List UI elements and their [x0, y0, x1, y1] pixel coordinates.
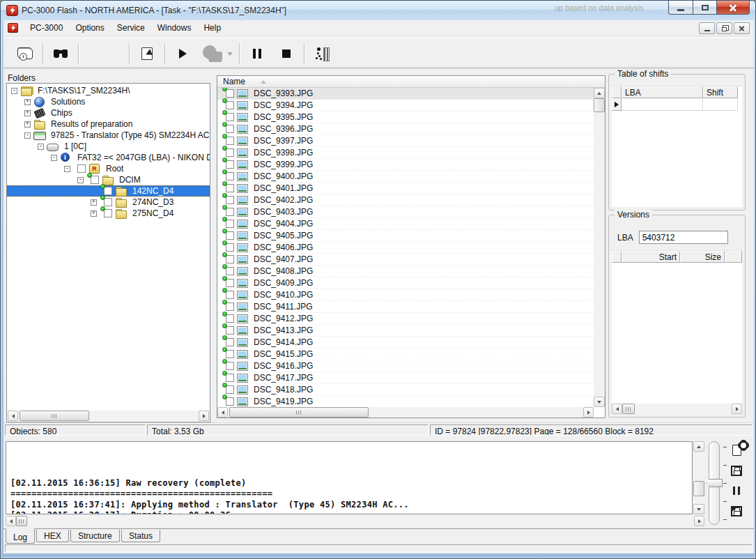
checkbox-box[interactable]	[226, 137, 234, 145]
file-checkbox[interactable]	[226, 137, 234, 145]
file-name[interactable]: DSC_9413.JPG	[252, 325, 314, 336]
scroll-up-button[interactable]	[594, 88, 605, 98]
tree-item[interactable]: + Results of preparation	[7, 118, 210, 130]
tree-item[interactable]: - FAT32 =< 2047GB (LBA) - NIKON D3	[7, 152, 210, 163]
file-row[interactable]: DSC_9412.JPG	[217, 313, 594, 325]
file-list-hscrollbar[interactable]	[217, 407, 594, 418]
file-row[interactable]: DSC_9413.JPG	[217, 325, 594, 337]
file-name[interactable]: DSC_9399.JPG	[252, 159, 314, 170]
menu-Windows[interactable]: Windows	[151, 21, 198, 35]
tree-item-label[interactable]: 1 [0C]	[62, 141, 88, 152]
checkbox-box[interactable]	[226, 89, 234, 98]
tree-item[interactable]: - Root	[7, 163, 210, 174]
file-checkbox[interactable]	[226, 125, 234, 133]
scroll-left-button[interactable]	[8, 411, 18, 421]
file-list-vscrollbar[interactable]	[594, 88, 605, 407]
file-row[interactable]: DSC_9396.JPG	[217, 123, 594, 135]
menu-PC-3000[interactable]: PC-3000	[24, 21, 69, 35]
tab-Structure[interactable]: Structure	[70, 530, 120, 542]
expand-toggle[interactable]: -	[64, 166, 70, 172]
file-name[interactable]: DSC_9414.JPG	[252, 337, 314, 348]
lba-input[interactable]	[639, 231, 728, 244]
file-name[interactable]: DSC_9402.JPG	[252, 194, 314, 206]
checkbox-box[interactable]	[226, 314, 234, 323]
file-row[interactable]: DSC_9416.JPG	[217, 360, 594, 372]
file-name[interactable]: DSC_9397.JPG	[252, 135, 314, 146]
file-row[interactable]: DSC_9407.JPG	[217, 254, 594, 266]
file-name[interactable]: DSC_9416.JPG	[252, 360, 314, 372]
scroll-thumb[interactable]	[693, 481, 704, 496]
toolbar-task-log-button[interactable]	[10, 41, 40, 66]
scroll-left-button[interactable]	[6, 516, 16, 526]
scroll-track[interactable]	[693, 496, 704, 504]
checkbox-box[interactable]	[226, 113, 234, 121]
file-name[interactable]: DSC_9395.JPG	[252, 112, 314, 123]
file-name[interactable]: DSC_9417.JPG	[252, 372, 314, 383]
scroll-thumb[interactable]	[20, 411, 89, 421]
menu-Service[interactable]: Service	[111, 21, 151, 35]
scroll-thumb[interactable]	[594, 98, 605, 112]
file-name[interactable]: DSC_9393.JPG	[252, 88, 314, 99]
checkbox-box[interactable]	[226, 326, 234, 335]
expand-toggle[interactable]: +	[91, 210, 97, 217]
checkbox-box[interactable]	[104, 198, 112, 206]
scroll-right-button[interactable]	[199, 411, 209, 421]
file-row[interactable]: DSC_9419.JPG	[217, 396, 594, 407]
scroll-thumb[interactable]	[622, 404, 635, 414]
file-checkbox[interactable]	[226, 279, 234, 287]
tree-item[interactable]: - F:\TASKS\17_SM2234H\	[7, 85, 210, 96]
checkbox-box[interactable]	[104, 187, 112, 195]
file-checkbox[interactable]	[226, 374, 234, 382]
file-checkbox[interactable]	[226, 326, 234, 335]
file-name[interactable]: DSC_9405.JPG	[252, 230, 314, 241]
file-checkbox[interactable]	[226, 303, 234, 311]
expand-toggle[interactable]: -	[51, 155, 57, 161]
checkbox-box[interactable]	[91, 176, 99, 184]
file-name[interactable]: DSC_9406.JPG	[252, 242, 314, 253]
tree-item-label[interactable]: 97825 - Translator (Type 45) SM2234H AC	[49, 130, 210, 141]
versions-hscrollbar[interactable]	[612, 404, 742, 414]
file-row[interactable]: DSC_9398.JPG	[217, 147, 594, 159]
tree-item-label[interactable]: Chips	[49, 107, 75, 118]
file-row[interactable]: DSC_9403.JPG	[217, 206, 594, 218]
scroll-right-button[interactable]	[732, 404, 742, 414]
column-start[interactable]: Start	[622, 251, 680, 263]
tree-item-label[interactable]: Root	[104, 163, 125, 174]
expand-toggle[interactable]: +	[91, 199, 97, 206]
folders-hscrollbar[interactable]	[8, 411, 209, 421]
file-row[interactable]: DSC_9395.JPG	[217, 112, 594, 123]
expand-toggle[interactable]: +	[24, 121, 31, 128]
file-checkbox[interactable]	[226, 184, 234, 192]
tree-item-label[interactable]: Results of preparation	[49, 118, 134, 130]
checkbox-box[interactable]	[226, 267, 234, 275]
tree-item[interactable]: + Chips	[7, 107, 210, 118]
file-checkbox[interactable]	[226, 314, 234, 323]
tree-item-label[interactable]: FAT32 =< 2047GB (LBA) - NIKON D3	[75, 152, 210, 163]
toolbar-start-button[interactable]	[168, 41, 197, 66]
checkbox-box[interactable]	[226, 184, 234, 192]
file-checkbox[interactable]	[226, 243, 234, 252]
toolbar-exit-button[interactable]	[307, 41, 337, 66]
tree-item[interactable]: + 274NC_D3	[7, 197, 210, 208]
scroll-track[interactable]	[594, 112, 605, 397]
tab-Status[interactable]: Status	[121, 530, 160, 542]
save-as-log-button[interactable]	[728, 503, 745, 519]
toolbar-export-button[interactable]	[132, 41, 162, 66]
file-row[interactable]: DSC_9418.JPG	[217, 384, 594, 396]
expand-toggle[interactable]: -	[24, 132, 31, 139]
tree-item[interactable]: 142NC_D4	[7, 185, 210, 197]
file-checkbox[interactable]	[226, 338, 234, 346]
lba-cell[interactable]	[622, 98, 703, 111]
column-size[interactable]: Size	[680, 251, 725, 263]
tree-item-label[interactable]: 142NC_D4	[130, 185, 176, 197]
file-row[interactable]: DSC_9397.JPG	[217, 135, 594, 147]
column-name-label[interactable]: Name	[223, 77, 245, 86]
file-row[interactable]: DSC_9415.JPG	[217, 349, 594, 360]
file-row[interactable]: DSC_9406.JPG	[217, 242, 594, 254]
mdi-restore-button[interactable]	[716, 22, 732, 34]
mdi-close-button[interactable]	[734, 22, 750, 34]
file-row[interactable]: DSC_9404.JPG	[217, 218, 594, 230]
scroll-thumb[interactable]	[229, 407, 369, 418]
file-name[interactable]: DSC_9411.JPG	[252, 301, 314, 312]
file-checkbox[interactable]	[226, 291, 234, 299]
